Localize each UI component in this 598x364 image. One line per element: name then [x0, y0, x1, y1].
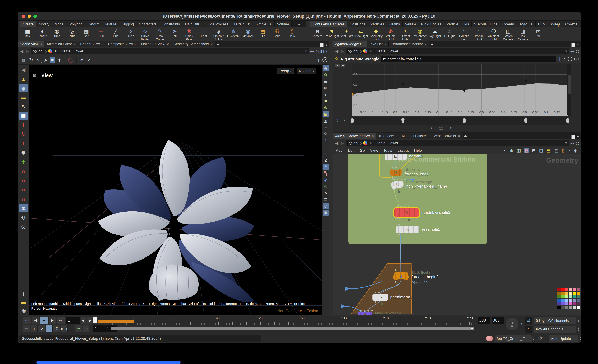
- menu-item[interactable]: Help: [414, 148, 422, 153]
- node-pathdeform2[interactable]: ↝pathdeform2: [373, 294, 388, 300]
- display-option-icon[interactable]: ✹: [323, 98, 329, 104]
- ramp-collapse-icon[interactable]: ▾: [335, 64, 340, 67]
- loop-icon[interactable]: ↺: [38, 325, 45, 332]
- pane-menu-icon[interactable]: ▼: [325, 44, 328, 47]
- shelf-tool[interactable]: ⋔L-System: [226, 28, 241, 38]
- close-icon[interactable]: ×: [363, 42, 365, 46]
- close-icon[interactable]: ×: [167, 42, 169, 46]
- menu-item[interactable]: Layout: [398, 148, 409, 153]
- select-tool-icon[interactable]: ↖: [35, 57, 42, 63]
- shelf-tool[interactable]: ◍Environment Light: [413, 28, 427, 40]
- ramp-key-marker[interactable]: [566, 117, 569, 123]
- forward-icon[interactable]: ▶: [340, 49, 345, 54]
- menu-item[interactable]: View: [370, 148, 378, 153]
- display-option-icon[interactable]: ⊕: [323, 105, 329, 111]
- pane-tab[interactable]: Motion FX View×: [139, 41, 171, 47]
- sphere-icon[interactable]: ●: [325, 49, 328, 54]
- chevron-down-icon[interactable]: ▼: [565, 142, 567, 145]
- pane-tab[interactable]: Asset Browser×: [432, 133, 462, 139]
- next-key-icon[interactable]: ⏭: [83, 325, 90, 332]
- pane-tab[interactable]: Material Palette×: [400, 133, 432, 139]
- path-context[interactable]: obj: [353, 49, 358, 53]
- update-mode-field[interactable]: Auto Update: [549, 335, 578, 342]
- path-field[interactable]: obj ❯ 01_Create_Flower ▼: [31, 48, 309, 54]
- color-swatch[interactable]: [577, 295, 580, 298]
- color-swatch[interactable]: [561, 291, 565, 295]
- pane-tab[interactable]: Take List×: [367, 41, 389, 47]
- shelf-tab[interactable]: Particle Fluids: [444, 21, 472, 27]
- display-option-icon[interactable]: ▚: [323, 170, 329, 176]
- spinner-icon[interactable]: ▲▼: [533, 337, 535, 340]
- shelf-tool[interactable]: ◎Torus: [64, 28, 79, 38]
- color-swatch[interactable]: [565, 295, 568, 298]
- path-node[interactable]: 01_Create_Flower: [369, 49, 398, 53]
- layout-grid-icon[interactable]: ⊞: [532, 148, 536, 154]
- node-foreach_begin2[interactable]: ▯Block Beginforeach_begin2Piece : 29: [393, 272, 409, 281]
- current-node-field[interactable]: /obj/01_Create_Fl...: [495, 335, 532, 342]
- color-swatch[interactable]: [557, 291, 561, 295]
- view-tool-icon[interactable]: ↻: [28, 57, 34, 63]
- shelf-tab[interactable]: Rigging: [119, 21, 136, 27]
- path-node[interactable]: 01_Create_Flower: [369, 141, 398, 145]
- pane-maximize-icon[interactable]: [320, 43, 324, 47]
- ramp-key-marker[interactable]: [463, 117, 466, 123]
- memory-brain-icon[interactable]: [486, 336, 493, 341]
- display-option-icon[interactable]: ✕: [323, 190, 329, 196]
- menu-item[interactable]: Tools: [383, 148, 392, 153]
- color-swatch[interactable]: [573, 306, 576, 309]
- menu-item[interactable]: Edit: [348, 148, 354, 153]
- path-context[interactable]: obj: [353, 141, 358, 145]
- display-option-icon[interactable]: +: [323, 151, 329, 156]
- shelf-tab[interactable]: Guide Process: [202, 21, 231, 27]
- key-mode-box[interactable]: Key All Channels: [534, 326, 576, 333]
- viewport-options-icon[interactable]: ✳: [86, 57, 92, 63]
- color-swatch[interactable]: [573, 302, 576, 305]
- color-swatch[interactable]: [569, 291, 572, 295]
- keyframe-step-icon[interactable]: ⇤⇥: [61, 325, 67, 332]
- shelf-tab[interactable]: Drive Simulation: [580, 21, 581, 27]
- tick-marks-icon[interactable]: 🮖: [53, 325, 60, 332]
- shelf-tool[interactable]: ❂Spiral: [270, 28, 285, 38]
- color-swatch[interactable]: [565, 288, 568, 291]
- shelf-tool[interactable]: TFont: [197, 28, 211, 38]
- color-swatch[interactable]: [577, 288, 580, 291]
- color-swatch[interactable]: [565, 302, 568, 305]
- shelf-tool[interactable]: ▦Grid: [79, 28, 93, 38]
- node-non_overlapping_name[interactable]: ✎Attribute Wranglenon_overlapping_name: [391, 181, 404, 188]
- pane-maximize-icon[interactable]: [571, 135, 575, 139]
- ramp-flat-icon[interactable]: ▭: [341, 64, 345, 67]
- display-option-icon[interactable]: ∶: [323, 138, 329, 143]
- color-swatch[interactable]: [557, 295, 561, 298]
- shelf-tab[interactable]: Create: [20, 21, 36, 27]
- path-field[interactable]: obj ❯ 01_Create_Flower ▼: [346, 140, 569, 146]
- shelf-tab[interactable]: Oceans: [500, 21, 517, 27]
- shelf-tool[interactable]: ◈Platonic Solids: [211, 28, 226, 40]
- color-swatch[interactable]: [573, 299, 576, 302]
- pane-tab[interactable]: /obj/01_Create_Flower×: [333, 133, 376, 139]
- stripes-icon[interactable]: ▥: [516, 148, 522, 154]
- color-swatch[interactable]: [577, 302, 580, 305]
- sticky-note-icon[interactable]: ▤: [546, 148, 551, 154]
- back-icon[interactable]: ◀: [335, 49, 339, 54]
- close-icon[interactable]: ×: [135, 42, 137, 46]
- prev-key-icon[interactable]: ⏮: [75, 325, 82, 332]
- render-region-icon[interactable]: ◯: [67, 57, 75, 63]
- close-icon[interactable]: ×: [396, 134, 397, 138]
- shelf-tab[interactable]: FEM: [536, 21, 548, 27]
- stop-button[interactable]: ■: [40, 317, 48, 324]
- display-option-icon[interactable]: ≡: [323, 124, 329, 130]
- memory-icon[interactable]: ▬: [19, 299, 28, 306]
- shelf-tool[interactable]: ✎Draw Curve: [153, 28, 167, 40]
- shelf-tool[interactable]: ✦Spot Light: [339, 28, 354, 38]
- shelf-tool[interactable]: ⇄Sw: [531, 28, 545, 38]
- shelf-tool[interactable]: ◨VR Camera: [516, 28, 530, 40]
- find-icon[interactable]: ⌕: [567, 148, 571, 154]
- shelf-tab[interactable]: Model: [52, 21, 67, 27]
- radial-menu-icon[interactable]: ◎: [576, 49, 579, 54]
- stow-grid-icon[interactable]: ▦: [20, 57, 27, 63]
- close-icon[interactable]: ×: [40, 42, 42, 46]
- secure-selection-icon[interactable]: ▣: [19, 112, 28, 120]
- color-swatch[interactable]: [569, 302, 572, 305]
- pane-tab[interactable]: Performance Monitor×: [389, 41, 429, 47]
- shelf-tool[interactable]: ❋Volume Light: [383, 28, 398, 40]
